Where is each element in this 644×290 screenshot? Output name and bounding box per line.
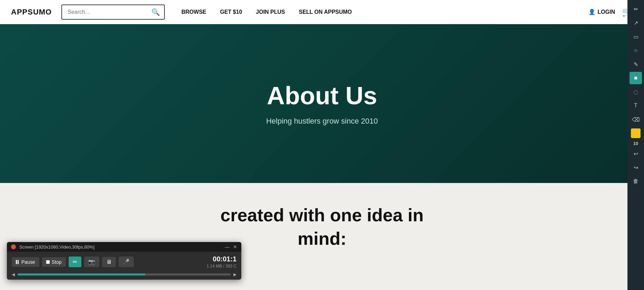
hero-title: About Us [267,81,377,110]
nav-browse[interactable]: BROWSE [181,9,206,15]
nav-right: 👤 LOGIN 🛒 [588,7,633,17]
minimize-button[interactable]: — [225,244,230,250]
progress-left-arrow[interactable]: ◀ [12,272,15,277]
nav-logo: APPSUMO [11,8,52,17]
recording-controls: Pause Stop ✏ 📷 🖥 🎤 00:01:1 1.14 MB / 393… [7,252,241,272]
main-text: created with one idea in mind: [220,204,423,250]
stop-label: Stop [52,259,62,265]
recording-indicator [11,244,16,249]
ellipse-tool-button[interactable]: ○ [630,44,642,57]
recording-widget: Screen [1920x1080,Video,30fps,80%] — ✕ P… [7,242,241,280]
hero-subtitle: Helping hustlers grow since 2010 [266,117,378,126]
camera-icon: 📷 [88,259,95,265]
navbar: APPSUMO 🔍 BROWSE GET $10 JOIN PLUS SELL … [0,0,644,24]
redo-button[interactable]: ↪ [630,161,642,174]
nav-joinplus[interactable]: JOIN PLUS [256,9,285,15]
stop-button[interactable]: Stop [42,257,66,267]
delete-button[interactable]: 🗑 [630,175,642,187]
search-input[interactable] [62,9,147,15]
monitor-button[interactable]: 🖥 [102,257,116,267]
arrow-tool-button[interactable]: ↗ [630,17,642,29]
recording-size: 1.14 MB / 393 C [207,264,237,269]
pause-label: Pause [21,259,35,265]
clear-tool-button[interactable]: ⌫ [630,113,642,126]
recording-progress: ◀ ▶ [7,272,241,280]
timer-area: 00:01:1 1.14 MB / 393 C [207,255,237,269]
window-buttons: — ✕ [225,244,237,250]
pause-icon [16,260,19,264]
annotate-button[interactable]: ✏ [69,257,81,267]
undo-button[interactable]: ↩ [630,147,642,160]
color-picker[interactable] [631,128,641,138]
progress-right-arrow[interactable]: ▶ [233,272,237,277]
pen-icon: ✏ [73,259,77,265]
close-button[interactable]: ✕ [233,244,237,250]
search-button[interactable]: 🔍 [147,8,164,16]
recording-title: Screen [1920x1080,Video,30fps,80%] [19,244,221,250]
monitor-icon: 🖥 [106,259,112,265]
stop-icon [46,260,50,264]
search-box: 🔍 [61,4,165,20]
highlight-tool-button[interactable]: ■ [630,72,642,84]
eraser-tool-button[interactable]: ◌ [630,86,642,98]
nav-links: BROWSE GET $10 JOIN PLUS SELL ON APPSUMO [181,9,588,15]
mic-button[interactable]: 🎤 [119,257,134,267]
hero-section: About Us Helping hustlers grow since 201… [0,24,644,183]
text-tool-button[interactable]: T [630,99,642,112]
recording-timer: 00:01:1 [213,255,237,263]
nav-get10[interactable]: GET $10 [220,9,242,15]
recording-titlebar: Screen [1920x1080,Video,30fps,80%] — ✕ [7,242,241,252]
pause-button[interactable]: Pause [12,257,39,267]
pen-tool-button[interactable]: ✏ [630,3,642,15]
pencil-tool-button[interactable]: ✎ [630,58,642,70]
nav-sell[interactable]: SELL ON APPSUMO [299,9,352,15]
size-number[interactable]: 10 [633,141,638,146]
progress-bar [18,273,145,276]
login-button[interactable]: 👤 LOGIN [588,9,615,15]
rectangle-tool-button[interactable]: ▭ [630,30,642,43]
mic-icon: 🎤 [123,259,130,265]
right-toolbar: ✏ ↗ ▭ ○ ✎ ■ ◌ T ⌫ 10 ↩ ↪ 🗑 [627,0,644,290]
screenshot-button[interactable]: 📷 [84,257,99,267]
progress-bar-container [18,273,231,276]
